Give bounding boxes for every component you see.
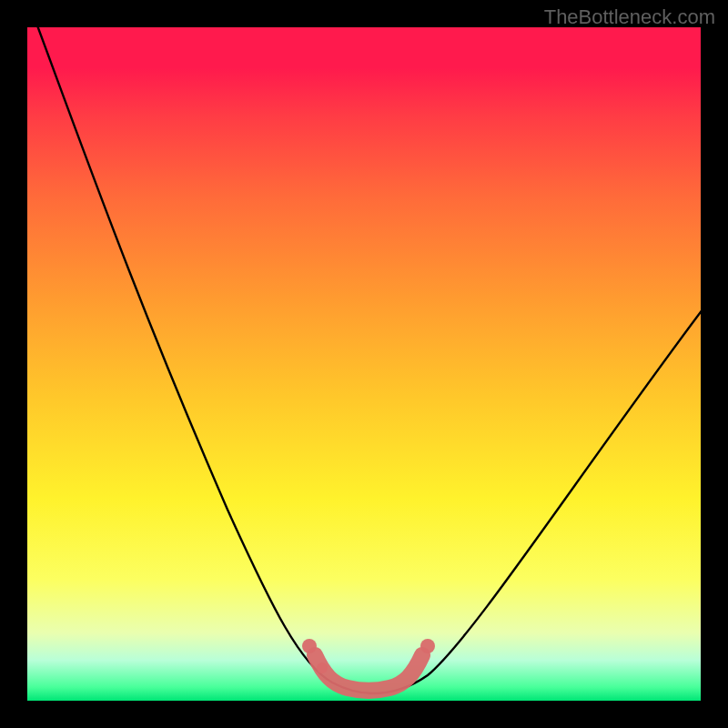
optimal-band-path (315, 655, 422, 691)
bottleneck-curve-path (35, 27, 701, 693)
optimal-band-dot-right (420, 639, 435, 653)
chart-plot-area (27, 27, 701, 701)
bottleneck-chart (27, 27, 701, 701)
attribution-text: TheBottleneck.com (544, 5, 715, 29)
optimal-band-dot-left-2 (317, 662, 328, 673)
optimal-band-dot-left (302, 639, 317, 653)
